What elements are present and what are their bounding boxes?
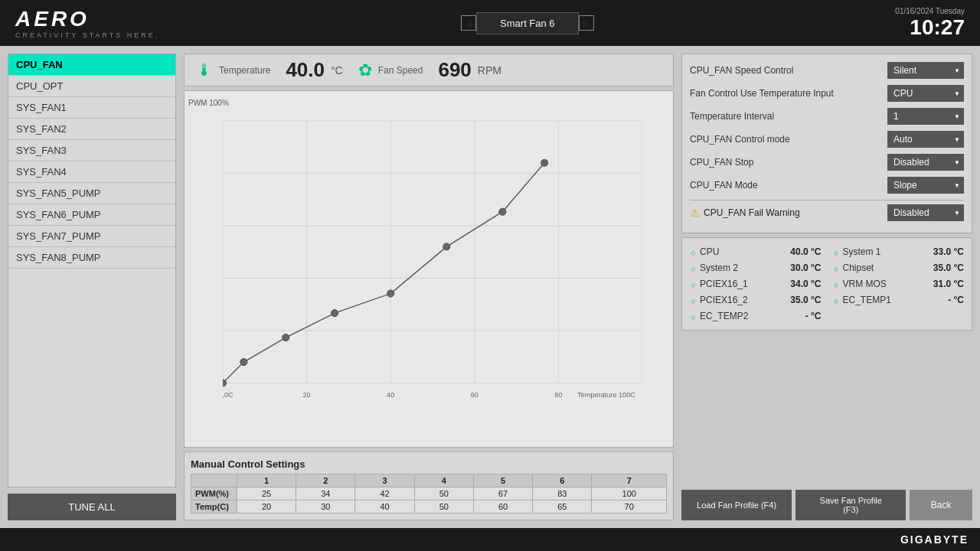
sidebar-item-sys_fan1[interactable]: SYS_FAN1 bbox=[8, 97, 175, 119]
sidebar-item-sys_fan4[interactable]: SYS_FAN4 bbox=[8, 161, 175, 183]
temp-input-select[interactable]: CPU System 1 System 2 bbox=[887, 85, 964, 102]
header: AERO CREATIVITY STARTS HERE. ◀ Smart Fan… bbox=[0, 0, 980, 46]
pwm-val-5[interactable]: 67 bbox=[473, 487, 532, 500]
temp-item-system_2: ⬦ System 2 30.0 °C bbox=[690, 262, 822, 274]
temp-interval-wrapper[interactable]: 1 2 3 bbox=[887, 108, 964, 125]
temp-reading: 40.0 °C bbox=[790, 246, 821, 257]
fan-value-section: 690 RPM bbox=[438, 58, 501, 82]
fan-label: Fan Speed bbox=[378, 65, 423, 76]
speed-control-label: CPU_FAN Speed Control bbox=[690, 65, 887, 76]
curve-point-6[interactable] bbox=[499, 208, 506, 215]
sidebar-item-sys_fan8_pump[interactable]: SYS_FAN8_PUMP bbox=[8, 247, 175, 269]
curve-point-3[interactable] bbox=[332, 310, 338, 317]
pwm-val-6[interactable]: 83 bbox=[533, 487, 592, 500]
temp-input-label: Fan Control Use Temperature Input bbox=[690, 88, 887, 99]
pwm-val-3[interactable]: 42 bbox=[355, 487, 414, 500]
fan-curve-chart[interactable]: PWM 100% 20 40 60 80 bbox=[184, 90, 674, 448]
speed-control-row: CPU_FAN Speed Control Silent Normal Perf… bbox=[690, 62, 964, 79]
temp-reading: - °C bbox=[948, 295, 964, 305]
smart-fan-selector[interactable]: ◀ Smart Fan 6 ▶ bbox=[461, 12, 594, 34]
main-content: CPU_FANCPU_OPTSYS_FAN1SYS_FAN2SYS_FAN3SY… bbox=[0, 46, 980, 528]
temp-interval-row: Temperature Interval 1 2 3 bbox=[690, 108, 964, 125]
curve-point-4[interactable] bbox=[387, 290, 394, 297]
logo-subtitle: CREATIVITY STARTS HERE. bbox=[15, 31, 159, 39]
fail-warning-wrapper[interactable]: Disabled Enabled bbox=[887, 204, 964, 221]
curve-point-1[interactable] bbox=[240, 359, 247, 366]
back-button[interactable]: Back bbox=[910, 490, 972, 520]
fan-stop-select[interactable]: Disabled Enabled bbox=[887, 154, 964, 171]
fan-stop-wrapper[interactable]: Disabled Enabled bbox=[887, 154, 964, 171]
control-mode-row: CPU_FAN Control mode Auto Manual bbox=[690, 131, 964, 148]
sidebar-item-cpu_opt[interactable]: CPU_OPT bbox=[8, 76, 175, 97]
sidebar: CPU_FANCPU_OPTSYS_FAN1SYS_FAN2SYS_FAN3SY… bbox=[8, 54, 176, 520]
sidebar-item-sys_fan7_pump[interactable]: SYS_FAN7_PUMP bbox=[8, 226, 175, 247]
temp-val-5[interactable]: 60 bbox=[473, 500, 532, 514]
svg-text:40: 40 bbox=[387, 391, 394, 399]
curve-point-2[interactable] bbox=[283, 334, 289, 341]
sidebar-item-sys_fan5_pump[interactable]: SYS_FAN5_PUMP bbox=[8, 183, 175, 204]
pwm-val-4[interactable]: 50 bbox=[414, 487, 473, 500]
thermometer-icon: 🌡 bbox=[196, 60, 213, 80]
speed-control-wrapper[interactable]: Silent Normal Performance Full Speed Man… bbox=[887, 62, 964, 79]
temp-input-wrapper[interactable]: CPU System 1 System 2 bbox=[887, 85, 964, 102]
fan-mode-select[interactable]: Slope Staircase bbox=[887, 177, 964, 194]
temp-reading: 33.0 °C bbox=[933, 246, 964, 257]
sidebar-item-sys_fan3[interactable]: SYS_FAN3 bbox=[8, 140, 175, 161]
fan-unit: RPM bbox=[478, 64, 501, 77]
control-mode-wrapper[interactable]: Auto Manual bbox=[887, 131, 964, 148]
control-mode-select[interactable]: Auto Manual bbox=[887, 131, 964, 148]
fail-warning-row: ⚠ CPU_FAN Fail Warning Disabled Enabled bbox=[690, 200, 964, 225]
temp-val-3[interactable]: 40 bbox=[355, 500, 414, 514]
pwm-val-1[interactable]: 25 bbox=[237, 487, 296, 500]
temp-dot: ⬦ bbox=[833, 278, 839, 290]
manual-col- bbox=[191, 474, 237, 487]
sidebar-item-sys_fan6_pump[interactable]: SYS_FAN6_PUMP bbox=[8, 204, 175, 226]
curve-point-5[interactable] bbox=[443, 243, 450, 250]
temp-reading: 35.0 °C bbox=[790, 295, 821, 305]
fan-speed-section: ✿ Fan Speed bbox=[358, 60, 423, 80]
load-profile-button[interactable]: Load Fan Profile (F4) bbox=[681, 490, 792, 520]
pwm-row-label: PWM(%) bbox=[191, 487, 237, 500]
action-buttons: Load Fan Profile (F4) Save Fan Profile (… bbox=[681, 490, 972, 520]
header-time: 01/16/2024 Tuesday 10:27 bbox=[895, 7, 965, 40]
header-date: 01/16/2024 Tuesday bbox=[895, 7, 965, 15]
temp-interval-select[interactable]: 1 2 3 bbox=[887, 108, 964, 125]
temp-val-7[interactable]: 70 bbox=[592, 500, 667, 514]
temp-item-vrm_mos: ⬦ VRM MOS 31.0 °C bbox=[833, 278, 965, 290]
temp-item-pciex16_1: ⬦ PCIEX16_1 34.0 °C bbox=[690, 278, 822, 290]
pwm-val-7[interactable]: 100 bbox=[592, 487, 667, 500]
chart-svg: 20 40 60 80 0%,0C 20 40 60 80 Temperatur… bbox=[223, 99, 642, 409]
fan-mode-label: CPU_FAN Mode bbox=[690, 180, 887, 191]
temp-label: Temperature bbox=[219, 65, 270, 76]
nav-right-icon[interactable]: ▶ bbox=[579, 15, 594, 31]
smart-fan-button[interactable]: Smart Fan 6 bbox=[476, 12, 579, 34]
fan-list: CPU_FANCPU_OPTSYS_FAN1SYS_FAN2SYS_FAN3SY… bbox=[8, 54, 176, 487]
manual-col-1: 1 bbox=[237, 474, 296, 487]
temp-value: 40.0 bbox=[286, 58, 325, 82]
tune-all-button[interactable]: TUNE ALL bbox=[8, 494, 176, 520]
temp-row-label: Temp(C) bbox=[191, 500, 237, 514]
fan-mode-wrapper[interactable]: Slope Staircase bbox=[887, 177, 964, 194]
temp-dot: ⬦ bbox=[690, 278, 696, 290]
curve-point-7[interactable] bbox=[541, 159, 548, 166]
temp-val-4[interactable]: 50 bbox=[414, 500, 473, 514]
manual-col-7: 7 bbox=[592, 474, 667, 487]
svg-text:20: 20 bbox=[303, 391, 311, 399]
temp-interval-label: Temperature Interval bbox=[690, 111, 887, 122]
fail-warning-select[interactable]: Disabled Enabled bbox=[887, 204, 964, 221]
sidebar-item-cpu_fan[interactable]: CPU_FAN bbox=[8, 54, 175, 76]
speed-control-select[interactable]: Silent Normal Performance Full Speed Man… bbox=[887, 62, 964, 79]
gigabyte-brand: GIGABYTE bbox=[900, 533, 969, 546]
save-profile-button[interactable]: Save Fan Profile (F3) bbox=[795, 490, 906, 520]
fan-mode-row: CPU_FAN Mode Slope Staircase bbox=[690, 177, 964, 194]
fan-stop-label: CPU_FAN Stop bbox=[690, 157, 887, 168]
temp-val-1[interactable]: 20 bbox=[237, 500, 296, 514]
temp-val-6[interactable]: 65 bbox=[533, 500, 592, 514]
pwm-val-2[interactable]: 34 bbox=[296, 487, 355, 500]
manual-col-3: 3 bbox=[355, 474, 414, 487]
svg-text:60: 60 bbox=[471, 391, 479, 399]
temp-val-2[interactable]: 30 bbox=[296, 500, 355, 514]
nav-left-icon[interactable]: ◀ bbox=[461, 15, 476, 31]
svg-text:Temperature 100C: Temperature 100C bbox=[577, 391, 635, 399]
sidebar-item-sys_fan2[interactable]: SYS_FAN2 bbox=[8, 119, 175, 140]
